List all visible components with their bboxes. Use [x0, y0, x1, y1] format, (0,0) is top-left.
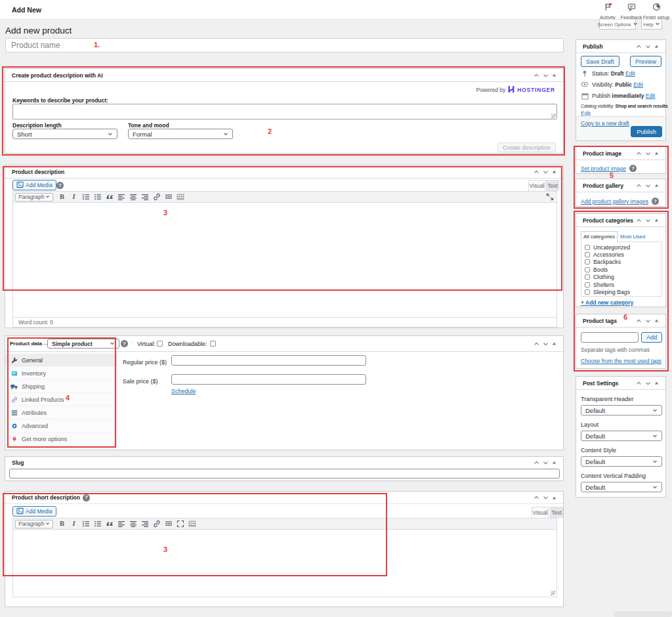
italic-icon[interactable]: I	[69, 520, 79, 528]
resize-handle[interactable]	[551, 114, 556, 118]
align-center-icon[interactable]	[128, 520, 138, 528]
edit-schedule-link[interactable]: Edit	[646, 93, 656, 99]
edit-visibility-link[interactable]: Edit	[633, 81, 643, 88]
setting-select-content-vertical-padding[interactable]: Default	[581, 482, 662, 492]
move-up-icon[interactable]	[636, 151, 642, 156]
align-left-icon[interactable]	[116, 193, 126, 202]
move-down-icon[interactable]	[645, 318, 651, 324]
move-up-icon[interactable]	[534, 495, 539, 500]
bulleted-list-icon[interactable]	[81, 520, 91, 528]
link-icon[interactable]	[152, 520, 161, 528]
edit-status-link[interactable]: Edit	[625, 70, 635, 77]
preview-button[interactable]: Preview	[630, 56, 662, 67]
more-tag-icon[interactable]	[163, 520, 173, 528]
product-data-tab-linked-products[interactable]: Linked Products	[5, 393, 117, 406]
all-categories-tab[interactable]: All categories	[581, 231, 618, 242]
move-up-icon[interactable]	[636, 218, 642, 223]
align-center-icon[interactable]	[128, 193, 138, 202]
category-checkbox[interactable]	[585, 274, 590, 280]
collapse-panel-icon[interactable]	[654, 44, 659, 49]
move-down-icon[interactable]	[645, 381, 651, 386]
category-checkbox[interactable]	[585, 289, 590, 295]
product-data-tab-get-more-options[interactable]: Get more options	[5, 433, 117, 446]
move-up-icon[interactable]	[636, 44, 642, 49]
activity-button[interactable]: Activity	[595, 2, 621, 20]
category-checkbox[interactable]	[585, 282, 590, 287]
collapse-panel-icon[interactable]	[552, 169, 556, 174]
create-description-button[interactable]: Create description	[497, 142, 556, 152]
kitchen-sink-icon[interactable]	[187, 520, 197, 528]
link-icon[interactable]	[152, 193, 161, 202]
text-tab[interactable]: Text	[550, 507, 563, 518]
fullscreen-icon[interactable]	[175, 520, 185, 528]
more-tag-icon[interactable]	[163, 193, 173, 202]
publish-button[interactable]: Publish	[631, 126, 662, 137]
category-checkbox[interactable]	[585, 245, 590, 250]
collapse-panel-icon[interactable]	[654, 151, 659, 156]
bold-icon[interactable]: B	[57, 193, 67, 202]
move-up-icon[interactable]	[534, 169, 539, 175]
move-down-icon[interactable]	[645, 44, 651, 49]
product-data-tab-shipping[interactable]: Shipping	[5, 380, 117, 393]
help-button[interactable]: Help	[641, 20, 662, 30]
move-up-icon[interactable]	[636, 318, 642, 324]
product-data-tab-inventory[interactable]: Inventory	[5, 367, 117, 380]
move-up-icon[interactable]	[636, 381, 642, 386]
collapse-panel-icon[interactable]	[654, 183, 659, 188]
product-name-input[interactable]	[5, 38, 564, 53]
distraction-free-icon[interactable]	[545, 193, 555, 202]
screen-options-button[interactable]: Screen Options	[599, 20, 636, 30]
move-up-icon[interactable]	[636, 183, 642, 188]
setting-select-layout[interactable]: Default	[581, 431, 662, 441]
feedback-button[interactable]: Feedback	[618, 2, 644, 20]
description-length-select[interactable]: Short	[12, 129, 117, 139]
align-left-icon[interactable]	[116, 520, 126, 528]
save-draft-button[interactable]: Save Draft	[581, 56, 620, 67]
help-icon[interactable]: ?	[652, 198, 659, 205]
collapse-panel-icon[interactable]	[552, 460, 556, 465]
most-used-tab[interactable]: Most Used	[620, 234, 645, 240]
copy-draft-link[interactable]: Copy to a new draft	[581, 120, 629, 127]
move-up-icon[interactable]	[534, 460, 539, 465]
collapse-panel-icon[interactable]	[552, 496, 556, 500]
product-data-tab-advanced[interactable]: Advanced	[5, 419, 117, 433]
slug-input[interactable]	[9, 469, 560, 479]
move-down-icon[interactable]	[543, 169, 549, 175]
align-right-icon[interactable]	[140, 193, 150, 202]
move-down-icon[interactable]	[543, 460, 549, 465]
visual-tab[interactable]: Visual	[532, 507, 549, 518]
collapse-panel-icon[interactable]	[654, 318, 659, 323]
blockquote-icon[interactable]	[104, 520, 114, 528]
help-icon[interactable]: ?	[121, 340, 128, 347]
product-data-tab-general[interactable]: General	[5, 354, 117, 367]
virtual-checkbox[interactable]	[157, 341, 163, 347]
text-tab[interactable]: Text	[546, 180, 559, 191]
move-down-icon[interactable]	[543, 73, 549, 78]
collapse-panel-icon[interactable]	[654, 218, 659, 223]
numbered-list-icon[interactable]	[93, 520, 102, 528]
tone-select[interactable]: Formal	[128, 129, 233, 139]
numbered-list-icon[interactable]	[93, 193, 102, 202]
help-icon[interactable]: ?	[629, 165, 637, 172]
category-checkbox[interactable]	[585, 252, 590, 257]
schedule-link[interactable]: Schedule	[171, 388, 196, 394]
move-down-icon[interactable]	[543, 341, 549, 347]
add-media-button[interactable]: Add Media	[12, 180, 56, 190]
move-up-icon[interactable]	[534, 73, 539, 78]
help-icon[interactable]: ?	[56, 182, 64, 189]
add-new-category-link[interactable]: + Add new category	[581, 299, 633, 306]
add-gallery-images-link[interactable]: Add product gallery images	[581, 198, 648, 205]
collapse-panel-icon[interactable]	[654, 381, 659, 385]
move-up-icon[interactable]	[534, 341, 539, 347]
setting-select-transparent-header[interactable]: Default	[581, 405, 662, 415]
setting-select-content-style[interactable]: Default	[581, 456, 662, 467]
choose-tags-link[interactable]: Choose from the most used tags	[581, 358, 662, 364]
kitchen-sink-icon[interactable]	[175, 193, 185, 202]
move-down-icon[interactable]	[645, 218, 651, 223]
align-right-icon[interactable]	[140, 520, 150, 528]
bulleted-list-icon[interactable]	[81, 193, 91, 202]
set-product-image-link[interactable]: Set product image	[581, 165, 626, 172]
collapse-panel-icon[interactable]	[552, 73, 556, 77]
category-checkbox[interactable]	[585, 259, 590, 265]
sale-price-input[interactable]	[171, 374, 366, 385]
